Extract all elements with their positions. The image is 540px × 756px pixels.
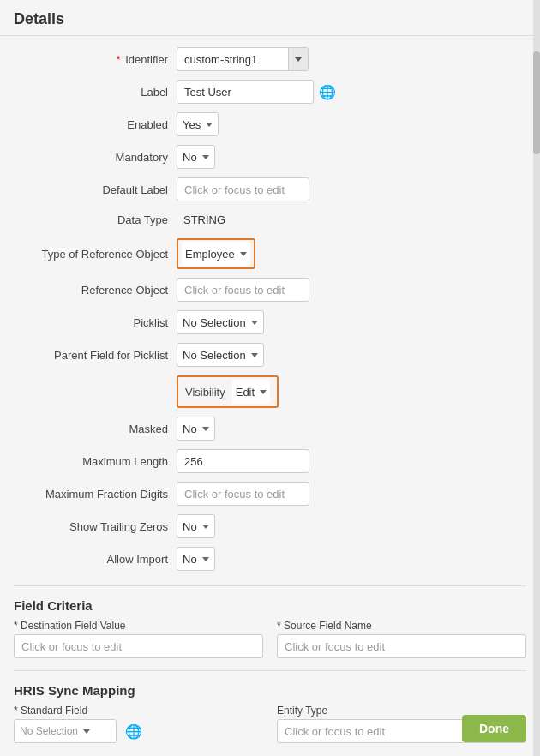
destination-col: * Destination Field Value Click or focus… — [14, 620, 263, 658]
trailing-zeros-arrow-icon — [202, 525, 209, 529]
page-title: Details — [0, 0, 540, 36]
divider-1 — [14, 585, 526, 586]
visibility-highlighted: Visibility Edit — [177, 375, 279, 408]
identifier-row: * Identifier custom-string1 — [0, 43, 540, 75]
max-length-row: Maximum Length — [0, 445, 540, 477]
allow-import-dropdown[interactable]: No — [177, 547, 215, 571]
visibility-value: Edit — [236, 386, 255, 399]
field-criteria-area: * Destination Field Value Click or focus… — [0, 616, 540, 667]
hris-globe-icon[interactable]: 🌐 — [125, 723, 142, 740]
data-type-value: STRING — [177, 210, 232, 230]
standard-field-label: * Standard Field — [14, 705, 263, 717]
mandatory-row: Mandatory No — [0, 141, 540, 173]
masked-dropdown[interactable]: No — [177, 417, 215, 441]
standard-field-dropdown[interactable]: No Selection — [14, 719, 117, 743]
hris-sync-area: * Standard Field No Selection 🌐 Entity T… — [0, 701, 540, 752]
default-label-placeholder: Click or focus to edit — [184, 183, 285, 196]
type-reference-arrow-icon — [240, 252, 247, 256]
type-reference-value: Employee — [185, 248, 235, 261]
max-fraction-input[interactable]: Click or focus to edit — [177, 482, 309, 506]
reference-object-row: Reference Object Click or focus to edit — [0, 273, 540, 306]
type-reference-highlighted: Employee — [177, 238, 255, 269]
masked-value: No — [183, 423, 197, 435]
field-criteria-header: Field Criteria — [0, 590, 540, 616]
standard-field-arrow-icon — [83, 729, 90, 734]
identifier-value: custom-string1 — [177, 47, 288, 71]
hris-sync-header: HRIS Sync Mapping — [0, 675, 540, 701]
type-reference-row: Type of Reference Object Employee — [0, 234, 540, 273]
identifier-arrow-icon — [295, 57, 302, 62]
scrollbar[interactable] — [533, 0, 540, 756]
parent-field-arrow-icon — [251, 353, 258, 357]
type-reference-label: Type of Reference Object — [14, 248, 177, 261]
type-reference-dropdown[interactable]: Employee — [182, 242, 250, 266]
trailing-zeros-value: No — [183, 520, 197, 533]
enabled-label: Enabled — [14, 118, 177, 131]
visibility-dropdown[interactable]: Edit — [232, 380, 270, 404]
trailing-zeros-row: Show Trailing Zeros No — [0, 510, 540, 543]
max-length-label: Maximum Length — [14, 455, 177, 468]
allow-import-arrow-icon — [202, 557, 209, 561]
default-label-label: Default Label — [14, 183, 177, 196]
destination-input[interactable]: Click or focus to edit — [14, 634, 263, 658]
max-fraction-placeholder: Click or focus to edit — [184, 488, 285, 501]
source-label: * Source Field Name — [277, 620, 526, 632]
label-input[interactable] — [177, 80, 314, 104]
picklist-label: Picklist — [14, 316, 177, 329]
visibility-row: Visibility Edit — [0, 371, 540, 412]
allow-import-value: No — [183, 553, 197, 566]
standard-field-col: * Standard Field No Selection 🌐 — [14, 705, 263, 743]
picklist-value: No Selection — [183, 316, 246, 329]
identifier-control[interactable]: custom-string1 — [177, 47, 309, 71]
max-fraction-row: Maximum Fraction Digits Click or focus t… — [0, 477, 540, 510]
scrollbar-thumb[interactable] — [533, 51, 540, 154]
allow-import-row: Allow Import No — [0, 543, 540, 575]
reference-object-label: Reference Object — [14, 284, 177, 297]
reference-object-placeholder: Click or focus to edit — [184, 284, 285, 297]
mandatory-label: Mandatory — [14, 151, 177, 164]
default-label-input[interactable]: Click or focus to edit — [177, 177, 309, 201]
visibility-label: Visibility — [185, 386, 225, 399]
label-field-label: Label — [14, 86, 177, 99]
enabled-dropdown[interactable]: Yes — [177, 112, 219, 136]
entity-type-placeholder: Click or focus to edit — [285, 725, 385, 738]
enabled-arrow-icon — [206, 123, 213, 127]
trailing-zeros-label: Show Trailing Zeros — [14, 520, 177, 533]
trailing-zeros-dropdown[interactable]: No — [177, 514, 215, 538]
source-input[interactable]: Click or focus to edit — [277, 634, 526, 658]
details-panel: Details * Identifier custom-string1 Labe… — [0, 0, 540, 756]
destination-label: * Destination Field Value — [14, 620, 263, 632]
enabled-value: Yes — [183, 118, 201, 131]
mandatory-arrow-icon — [202, 155, 209, 159]
source-col: * Source Field Name Click or focus to ed… — [277, 620, 526, 658]
parent-field-dropdown[interactable]: No Selection — [177, 343, 264, 367]
data-type-label: Data Type — [14, 213, 177, 226]
parent-field-label: Parent Field for Picklist — [14, 349, 177, 362]
done-button[interactable]: Done — [462, 715, 526, 742]
identifier-label: * Identifier — [14, 53, 177, 66]
divider-2 — [14, 670, 526, 671]
masked-row: Masked No — [0, 412, 540, 445]
source-placeholder: Click or focus to edit — [285, 640, 385, 653]
field-criteria-row: * Destination Field Value Click or focus… — [14, 620, 526, 658]
masked-arrow-icon — [202, 427, 209, 431]
max-length-input[interactable] — [177, 449, 309, 473]
mandatory-value: No — [183, 151, 197, 164]
globe-icon[interactable]: 🌐 — [319, 84, 336, 100]
reference-object-input[interactable]: Click or focus to edit — [177, 278, 309, 302]
picklist-row: Picklist No Selection — [0, 306, 540, 339]
identifier-dropdown-btn[interactable] — [288, 47, 309, 71]
mandatory-dropdown[interactable]: No — [177, 145, 215, 169]
visibility-arrow-icon — [260, 390, 267, 394]
data-type-row: Data Type STRING — [0, 206, 540, 234]
max-fraction-label: Maximum Fraction Digits — [14, 488, 177, 501]
enabled-row: Enabled Yes — [0, 108, 540, 141]
masked-label: Masked — [14, 423, 177, 435]
parent-field-value: No Selection — [183, 349, 246, 362]
details-form: * Identifier custom-string1 Label 🌐 Enab… — [0, 36, 540, 582]
hris-sync-row: * Standard Field No Selection 🌐 Entity T… — [14, 705, 526, 743]
picklist-arrow-icon — [251, 321, 258, 325]
required-star: * — [116, 53, 120, 66]
label-row: Label 🌐 — [0, 75, 540, 108]
picklist-dropdown[interactable]: No Selection — [177, 310, 264, 334]
